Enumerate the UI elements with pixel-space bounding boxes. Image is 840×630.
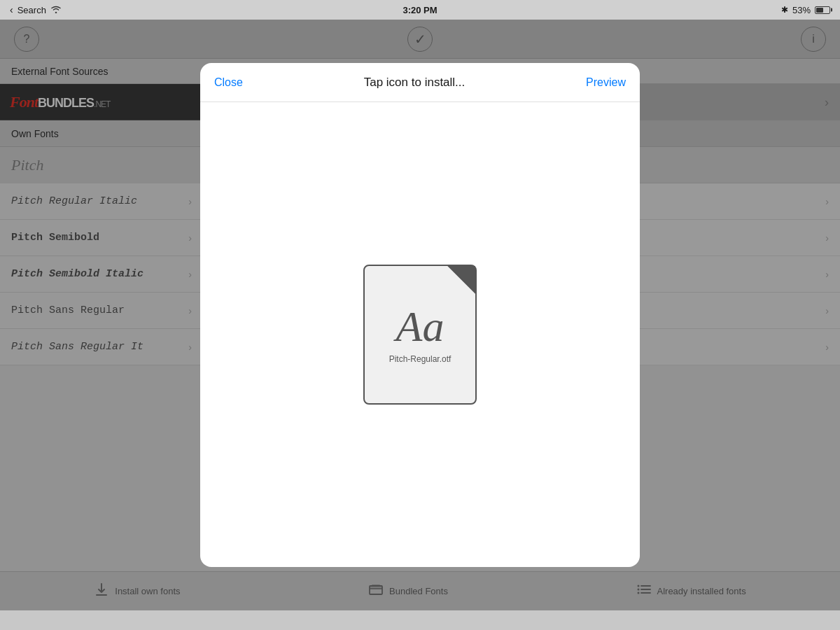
file-name-text: Pitch-Regular.otf — [384, 354, 457, 365]
file-aa-text: Aa — [396, 304, 444, 348]
bluetooth-icon: ✱ — [781, 5, 788, 15]
modal-title: Tap icon to install... — [364, 76, 465, 90]
back-arrow-icon: ‹ — [10, 4, 13, 15]
modal-content: Aa Pitch-Regular.otf — [200, 102, 640, 567]
font-file-icon[interactable]: Aa Pitch-Regular.otf — [363, 265, 477, 405]
wifi-icon — [50, 5, 62, 15]
modal-preview-button[interactable]: Preview — [586, 76, 626, 89]
modal-header: Close Tap icon to install... Preview — [200, 63, 640, 102]
battery-percent: 53% — [792, 5, 811, 15]
install-modal: Close Tap icon to install... Preview Aa … — [200, 63, 640, 567]
file-shape[interactable]: Aa Pitch-Regular.otf — [363, 265, 477, 405]
app-background: ? ✓ i External Font Sources FontBUNDLES.… — [0, 20, 840, 610]
time-display: 3:20 PM — [402, 5, 437, 15]
status-right: ✱ 53% — [781, 5, 830, 15]
carrier-label: Search — [18, 5, 46, 15]
status-left: ‹ Search — [10, 4, 62, 15]
file-corner — [447, 266, 475, 294]
modal-close-button[interactable]: Close — [214, 76, 243, 89]
status-bar: ‹ Search 3:20 PM ✱ 53% — [0, 0, 840, 20]
battery-icon — [815, 6, 830, 14]
